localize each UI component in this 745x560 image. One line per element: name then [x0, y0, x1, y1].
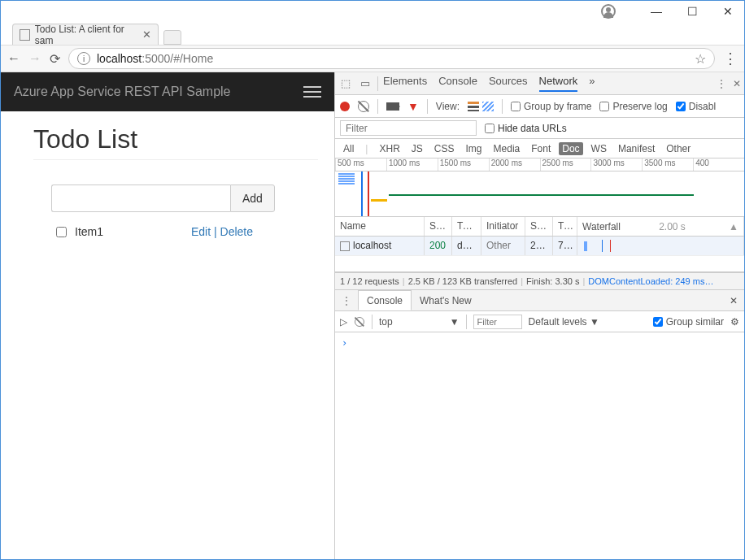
url-host: localhost	[97, 52, 142, 65]
drawer-menu-icon[interactable]: ⋮	[335, 295, 358, 306]
devtools-menu-icon[interactable]: ⋮	[717, 78, 726, 89]
bookmark-icon[interactable]: ☆	[695, 51, 706, 67]
drawer-tab-console[interactable]: Console	[358, 290, 412, 310]
delete-link[interactable]: Delete	[220, 225, 253, 238]
disable-cache-option[interactable]: Disabl	[676, 101, 716, 112]
disable-cache-checkbox[interactable]	[676, 102, 686, 111]
more-tabs-icon[interactable]: »	[589, 75, 595, 92]
address-bar[interactable]: i localhost:5000/#/Home ☆	[68, 48, 715, 69]
col-name[interactable]: Name	[335, 217, 425, 236]
col-waterfall[interactable]: Waterfall 2.00 s ▲	[577, 217, 744, 236]
console-levels[interactable]: Default levels ▼	[529, 316, 599, 328]
type-doc[interactable]: Doc	[559, 142, 582, 155]
type-media[interactable]: Media	[490, 142, 524, 155]
back-button[interactable]: ←	[7, 51, 20, 66]
group-by-frame-checkbox[interactable]	[511, 102, 521, 111]
console-sidebar-icon[interactable]: ▷	[340, 316, 347, 328]
tab-console[interactable]: Console	[438, 75, 477, 92]
preserve-log-option[interactable]: Preserve log	[599, 101, 667, 112]
reload-button[interactable]: ⟳	[50, 51, 60, 67]
filter-icon[interactable]: ▼	[407, 100, 419, 113]
account-icon[interactable]	[601, 4, 616, 19]
new-item-input[interactable]	[51, 184, 230, 212]
type-manifest[interactable]: Manifest	[615, 142, 658, 155]
type-font[interactable]: Font	[528, 142, 554, 155]
tab-elements[interactable]: Elements	[383, 75, 427, 92]
todo-item: Item1 Edit | Delete	[56, 225, 318, 238]
type-all[interactable]: All	[340, 142, 357, 155]
type-ws[interactable]: WS	[588, 142, 610, 155]
item-checkbox[interactable]	[56, 227, 67, 237]
resource-type-filters: All| XHR JS CSS Img Media Font Doc WS Ma…	[335, 139, 744, 158]
tab-sources[interactable]: Sources	[489, 75, 528, 92]
tab-network[interactable]: Network	[539, 75, 578, 92]
page-title: Todo List	[33, 124, 318, 160]
col-type[interactable]: Type	[452, 217, 481, 236]
type-xhr[interactable]: XHR	[376, 142, 403, 155]
network-filter-input[interactable]	[340, 120, 477, 136]
add-button[interactable]: Add	[230, 184, 275, 212]
hide-data-urls-option[interactable]: Hide data URLs	[485, 123, 567, 134]
group-similar-checkbox[interactable]	[653, 317, 663, 327]
close-window-button[interactable]: ✕	[717, 3, 739, 20]
col-status[interactable]: St…	[425, 217, 452, 236]
preserve-log-checkbox[interactable]	[599, 102, 609, 111]
network-filterbar: Hide data URLs	[335, 118, 744, 139]
type-css[interactable]: CSS	[431, 142, 458, 155]
app-navbar: Azure App Service REST API Sample	[1, 72, 334, 111]
devtools-close-icon[interactable]: ✕	[733, 78, 741, 89]
add-item-form: Add	[51, 184, 318, 212]
site-info-icon[interactable]: i	[77, 52, 90, 65]
console-body[interactable]: ›	[335, 332, 744, 560]
minimize-button[interactable]: —	[645, 3, 668, 20]
devtools-header: ⬚ ▭ Elements Console Sources Network » ⋮…	[335, 72, 744, 95]
url-path: :5000/#/Home	[142, 52, 213, 65]
maximize-button[interactable]: ☐	[681, 3, 704, 20]
drawer-tabs: ⋮ Console What's New ✕	[335, 290, 744, 311]
close-tab-icon[interactable]: ✕	[142, 28, 151, 41]
console-settings-icon[interactable]: ⚙	[730, 316, 739, 328]
record-button[interactable]	[340, 102, 350, 111]
type-js[interactable]: JS	[408, 142, 426, 155]
devtools-pane: ⬚ ▭ Elements Console Sources Network » ⋮…	[334, 72, 744, 560]
document-icon	[340, 241, 350, 251]
browser-tabstrip: Todo List: A client for sam ✕	[1, 22, 744, 45]
col-initiator[interactable]: Initiator	[481, 217, 525, 236]
forward-button[interactable]: →	[28, 51, 41, 66]
col-size[interactable]: Size	[525, 217, 553, 236]
group-similar-option[interactable]: Group similar	[653, 316, 724, 328]
console-clear-icon[interactable]	[355, 317, 364, 327]
edit-link[interactable]: Edit	[191, 225, 211, 238]
app-brand: Azure App Service REST API Sample	[14, 85, 231, 99]
browser-tab[interactable]: Todo List: A client for sam ✕	[12, 24, 159, 45]
device-toggle-icon[interactable]: ▭	[358, 77, 372, 89]
console-context[interactable]: top▼	[379, 316, 460, 328]
col-time[interactable]: Ti…	[553, 217, 577, 236]
hamburger-icon[interactable]	[303, 86, 321, 98]
view-label: View:	[436, 101, 460, 112]
screenshots-icon[interactable]	[386, 102, 399, 111]
timeline-overview[interactable]	[335, 171, 744, 217]
console-filter-input[interactable]	[473, 315, 522, 329]
inspect-element-icon[interactable]: ⬚	[338, 77, 353, 89]
dcl-marker	[361, 171, 363, 216]
large-rows-icon[interactable]	[468, 102, 479, 111]
overview-icon[interactable]	[482, 102, 494, 111]
browser-menu-icon[interactable]: ⋮	[723, 50, 738, 67]
app-pane: Azure App Service REST API Sample Todo L…	[1, 72, 334, 560]
item-label: Item1	[75, 225, 103, 238]
type-img[interactable]: Img	[463, 142, 486, 155]
window-titlebar: — ☐ ✕	[1, 1, 744, 22]
clear-button[interactable]	[358, 101, 369, 112]
type-other[interactable]: Other	[663, 142, 694, 155]
drawer-tab-whatsnew[interactable]: What's New	[412, 295, 480, 306]
hide-data-urls-checkbox[interactable]	[485, 124, 494, 133]
sort-asc-icon: ▲	[729, 221, 738, 232]
network-toolbar: ▼ View: Group by frame Preserve log Disa…	[335, 95, 744, 118]
grid-empty-row	[335, 256, 744, 272]
network-grid-header: Name St… Type Initiator Size Ti… Waterfa…	[335, 217, 744, 237]
network-request-row[interactable]: localhost 200 do… Other 2.… 7 …	[335, 237, 744, 256]
new-tab-button[interactable]	[163, 30, 181, 45]
group-by-frame-option[interactable]: Group by frame	[511, 101, 591, 112]
drawer-close-icon[interactable]: ✕	[730, 295, 738, 306]
